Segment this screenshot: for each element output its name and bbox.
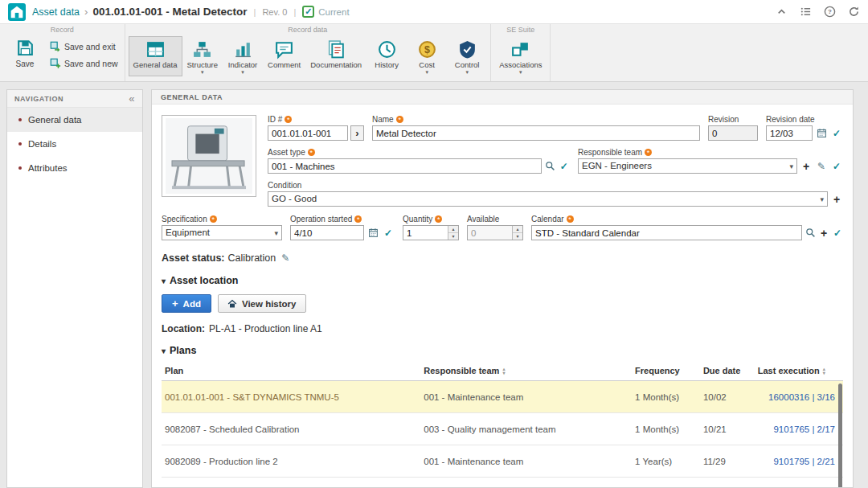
table-row[interactable]: 9082089 - Production line 2 001 - Mainte…: [162, 445, 843, 478]
section-title: GENERAL DATA: [161, 93, 223, 101]
table-row[interactable]: 001.01.01-001 - S&T DYNAMICS TNMU-5 001 …: [162, 381, 843, 413]
save-icon: [6, 38, 43, 58]
last-execution-link[interactable]: 9101765 | 2/17: [755, 413, 843, 445]
plan-link[interactable]: 9082087 - Scheduled Calibration: [162, 413, 420, 445]
calendar-icon[interactable]: [815, 126, 828, 140]
sidebar-title: NAVIGATION: [14, 95, 63, 103]
asset-photo[interactable]: [162, 115, 256, 197]
view-history-button[interactable]: View history: [218, 294, 306, 313]
frequency-cell: 3 Month(s): [632, 478, 700, 488]
tab-documentation[interactable]: Documentation: [305, 36, 366, 76]
asset-status-value: Calibration: [228, 252, 276, 264]
quantity-input[interactable]: [403, 226, 448, 240]
tab-associations[interactable]: Associations▾: [494, 36, 547, 76]
id-input[interactable]: [268, 125, 348, 141]
tab-cost[interactable]: Cost▾: [407, 36, 447, 76]
last-execution-link[interactable]: 9101765 | 2/17: [755, 478, 843, 488]
plus-icon: +: [172, 297, 178, 310]
save-exit-label: Save and exit: [64, 42, 116, 51]
required-icon: [210, 215, 217, 223]
required-icon: [308, 149, 315, 156]
location-label: Location:: [162, 323, 205, 334]
calendar-input[interactable]: [531, 225, 802, 240]
revision-date-input[interactable]: [766, 125, 813, 141]
responsible-team-select[interactable]: EGN - Engineers: [578, 158, 797, 174]
table-scrollbar[interactable]: [838, 383, 842, 488]
sidebar-collapse-icon[interactable]: «: [129, 92, 135, 105]
add-icon[interactable]: +: [830, 192, 843, 206]
save-and-exit-button[interactable]: Save and exit: [50, 41, 118, 52]
add-location-button[interactable]: + Add: [162, 294, 211, 313]
group-label-record: Record: [0, 26, 125, 34]
save-and-new-button[interactable]: Save and new: [50, 58, 118, 69]
asset-status-label: Asset status:: [162, 252, 225, 264]
sidebar-item-general-data[interactable]: General data: [7, 108, 142, 132]
cost-icon: [411, 38, 442, 60]
plan-link[interactable]: ST001OM - S&T DYNAMICS TNMU-5 (Quarterly…: [162, 478, 420, 488]
indicator-icon: [227, 38, 258, 60]
due-date-cell: 11/29: [700, 445, 755, 478]
required-icon: [567, 215, 574, 223]
last-execution-link[interactable]: 9101795 | 2/21: [755, 445, 843, 478]
current-checkbox[interactable]: ✓: [302, 6, 314, 18]
check-icon[interactable]: ✓: [559, 159, 570, 173]
ribbon-group-se-suite: SE Suite Associations▾: [491, 24, 551, 81]
plan-link[interactable]: 001.01.01-001 - S&T DYNAMICS TNMU-5: [162, 381, 420, 413]
condition-select[interactable]: GO - Good: [268, 191, 828, 207]
asset-location-section-toggle[interactable]: ▾ Asset location: [162, 275, 843, 286]
last-execution-link[interactable]: 16000316 | 3/16: [755, 381, 843, 413]
check-icon[interactable]: ✓: [830, 159, 843, 173]
tab-control[interactable]: Control▾: [447, 36, 487, 76]
tab-general-data[interactable]: General data: [129, 36, 182, 76]
search-icon[interactable]: [805, 226, 816, 240]
due-date-cell: 3/10: [700, 478, 755, 488]
operation-started-input[interactable]: [290, 225, 364, 240]
sidebar-item-attributes[interactable]: Attributes: [7, 156, 142, 180]
frequency-cell: 1 Month(s): [632, 381, 700, 413]
field-label-available: Available: [467, 215, 499, 223]
check-icon[interactable]: ✓: [832, 226, 843, 240]
search-icon[interactable]: [544, 159, 555, 173]
add-icon[interactable]: +: [818, 226, 829, 240]
list-menu-icon[interactable]: [800, 6, 812, 18]
step-down-icon[interactable]: ▾: [448, 233, 458, 240]
column-header-last-execution[interactable]: Last execution▴▾: [755, 361, 843, 381]
specification-select[interactable]: Equipment: [162, 225, 282, 240]
check-icon[interactable]: ✓: [382, 226, 395, 240]
tab-history[interactable]: History: [366, 36, 407, 76]
table-row[interactable]: 9082087 - Scheduled Calibration 003 - Qu…: [162, 413, 843, 445]
dropdown-caret-icon: ▾: [452, 69, 482, 76]
calendar-icon[interactable]: [366, 226, 379, 240]
column-header-responsible-team[interactable]: Responsible team▴▾: [420, 361, 632, 381]
help-icon[interactable]: [824, 6, 836, 18]
navigation-sidebar: NAVIGATION « General data Details Attrib…: [6, 89, 143, 488]
comment-icon: [268, 38, 301, 60]
asset-type-input[interactable]: [268, 158, 542, 174]
plans-section-toggle[interactable]: ▾ Plans: [162, 345, 843, 356]
edit-icon[interactable]: ✎: [815, 159, 828, 173]
tab-comment[interactable]: Comment: [263, 36, 305, 76]
plan-link[interactable]: 9082089 - Production line 2: [162, 445, 420, 478]
id-detail-button[interactable]: ›: [350, 125, 364, 141]
refresh-icon[interactable]: [848, 6, 860, 18]
quantity-stepper[interactable]: ▴▾: [403, 225, 459, 240]
table-row[interactable]: ST001OM - S&T DYNAMICS TNMU-5 (Quarterly…: [162, 478, 843, 488]
top-header-bar: Asset data › 001.01.01-001 - Metal Detec…: [0, 0, 868, 24]
add-icon[interactable]: +: [800, 159, 813, 173]
name-input[interactable]: [372, 125, 700, 141]
breadcrumb[interactable]: Asset data: [32, 6, 80, 18]
sidebar-item-details[interactable]: Details: [7, 132, 142, 156]
tab-structure[interactable]: Structure▾: [182, 36, 223, 76]
step-up-icon[interactable]: ▴: [448, 226, 458, 233]
edit-status-icon[interactable]: ✎: [279, 251, 292, 265]
header-actions: [776, 6, 860, 18]
frequency-cell: 1 Month(s): [632, 413, 700, 445]
ribbon-group-record: Record Save Save and exit Save and new: [0, 24, 125, 81]
sort-icon: ▴▾: [502, 367, 505, 375]
bullet-icon: [18, 166, 22, 170]
collapse-header-icon[interactable]: [776, 6, 788, 18]
save-button[interactable]: Save: [6, 36, 43, 69]
field-label-id: ID #: [268, 115, 282, 124]
tab-indicator[interactable]: Indicator▾: [223, 36, 263, 76]
check-icon[interactable]: ✓: [830, 126, 843, 140]
